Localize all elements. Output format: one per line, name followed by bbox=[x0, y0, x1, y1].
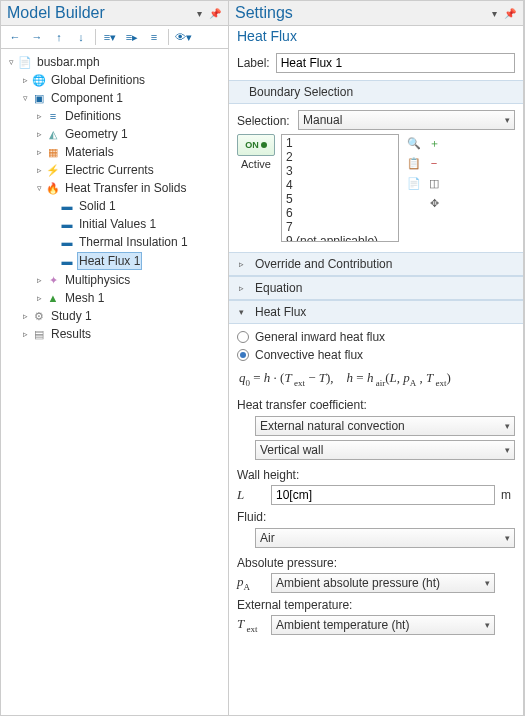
show-button[interactable]: 👁▾ bbox=[173, 28, 193, 46]
tree-node[interactable]: ▿▣Component 1 bbox=[3, 89, 226, 107]
tree-toggle-icon[interactable]: ▹ bbox=[33, 290, 45, 306]
tree-node[interactable]: ▹🌐Global Definitions bbox=[3, 71, 226, 89]
placeholder-icon bbox=[405, 194, 423, 212]
label-input[interactable] bbox=[276, 53, 515, 73]
tree-toggle-icon[interactable]: ▹ bbox=[19, 326, 31, 342]
tree-node-label: Geometry 1 bbox=[63, 126, 130, 142]
wall-height-symbol: L bbox=[237, 487, 265, 503]
tree-node[interactable]: ▹⚙Study 1 bbox=[3, 307, 226, 325]
tree-toggle-icon[interactable]: ▿ bbox=[19, 90, 31, 106]
tree-node-label: Component 1 bbox=[49, 90, 125, 106]
settings-subtitle: Heat Flux bbox=[229, 26, 523, 50]
tree-node-icon: ⚡ bbox=[45, 163, 61, 177]
geometry-icon[interactable]: ◫ bbox=[425, 174, 443, 192]
active-toggle[interactable]: ON bbox=[237, 134, 275, 156]
tree-node[interactable]: ▹▤Results bbox=[3, 325, 226, 343]
move-icon[interactable]: ✥ bbox=[425, 194, 443, 212]
boundary-list-item[interactable]: 3 bbox=[284, 164, 396, 178]
heatflux-section-body: General inward heat flux Convective heat… bbox=[229, 324, 523, 644]
tree-node[interactable]: ▬Thermal Insulation 1 bbox=[3, 233, 226, 251]
wall-height-label: Wall height: bbox=[237, 464, 515, 484]
boundary-list-item[interactable]: 5 bbox=[284, 192, 396, 206]
tree-toggle-icon[interactable]: ▹ bbox=[19, 72, 31, 88]
htc-config-dropdown[interactable]: Vertical wall bbox=[255, 440, 515, 460]
general-inward-radio[interactable]: General inward heat flux bbox=[237, 328, 515, 346]
tree-node[interactable]: ▬Initial Values 1 bbox=[3, 215, 226, 233]
tree-node-icon: ▲ bbox=[45, 291, 61, 305]
ext-temp-label: External temperature: bbox=[237, 594, 515, 614]
boundary-list-item[interactable]: 7 bbox=[284, 220, 396, 234]
boundary-list-item[interactable]: 4 bbox=[284, 178, 396, 192]
selection-dropdown[interactable]: Manual bbox=[298, 110, 515, 130]
copy-icon[interactable]: 📋 bbox=[405, 154, 423, 172]
tree-node[interactable]: ▹✦Multiphysics bbox=[3, 271, 226, 289]
boundary-list[interactable]: 12345679 (not applicable) bbox=[281, 134, 399, 242]
tree-toggle-icon[interactable]: ▹ bbox=[33, 272, 45, 288]
equation-section-header[interactable]: ▹ Equation bbox=[229, 276, 523, 300]
remove-icon[interactable]: − bbox=[425, 154, 443, 172]
tree-toggle-icon[interactable]: ▹ bbox=[33, 162, 45, 178]
boundary-list-item[interactable]: 6 bbox=[284, 206, 396, 220]
wall-height-input[interactable] bbox=[271, 485, 495, 505]
nav-up-button[interactable]: ↑ bbox=[49, 28, 69, 46]
htc-type-dropdown[interactable]: External natural convection bbox=[255, 416, 515, 436]
tree-toggle-icon[interactable]: ▹ bbox=[33, 108, 45, 124]
nav-down-button[interactable]: ↓ bbox=[71, 28, 91, 46]
collapse-button[interactable]: ≡▾ bbox=[100, 28, 120, 46]
tree-node[interactable]: ▬Heat Flux 1 bbox=[3, 251, 226, 271]
panel-menu-icon[interactable]: ▾ bbox=[487, 6, 501, 20]
boundary-selection-header: Boundary Selection bbox=[229, 80, 523, 104]
pin-icon[interactable]: 📌 bbox=[208, 6, 222, 20]
tree-node-label: Mesh 1 bbox=[63, 290, 106, 306]
tree-node[interactable]: ▹▦Materials bbox=[3, 143, 226, 161]
tree-node-label: Heat Transfer in Solids bbox=[63, 180, 188, 196]
chevron-right-icon: ▹ bbox=[239, 283, 249, 293]
model-builder-panel: Model Builder ▾ 📌 ← → ↑ ↓ ≡▾ ≡▸ ≡ 👁▾ ▿📄b… bbox=[1, 1, 229, 715]
tree-node[interactable]: ▹◭Geometry 1 bbox=[3, 125, 226, 143]
tree-node-label: Study 1 bbox=[49, 308, 94, 324]
radio-checked-icon bbox=[237, 349, 249, 361]
tree-toggle-icon[interactable]: ▿ bbox=[33, 180, 45, 196]
paste-icon[interactable]: 📄 bbox=[405, 174, 423, 192]
boundary-list-item[interactable]: 1 bbox=[284, 136, 396, 150]
model-builder-header: Model Builder ▾ 📌 bbox=[1, 1, 228, 26]
fluid-dropdown[interactable]: Air bbox=[255, 528, 515, 548]
tree-node[interactable]: ▬Solid 1 bbox=[3, 197, 226, 215]
panel-menu-icon[interactable]: ▾ bbox=[192, 6, 206, 20]
add-icon[interactable]: ＋ bbox=[425, 134, 443, 152]
boundary-list-item[interactable]: 2 bbox=[284, 150, 396, 164]
chevron-right-icon: ▹ bbox=[239, 259, 249, 269]
tree-node-label: Electric Currents bbox=[63, 162, 156, 178]
tree-node[interactable]: ▹⚡Electric Currents bbox=[3, 161, 226, 179]
tree-toggle-icon[interactable]: ▹ bbox=[33, 126, 45, 142]
ext-temp-dropdown[interactable]: Ambient temperature (ht) bbox=[271, 615, 495, 635]
tree-node[interactable]: ▹≡Definitions bbox=[3, 107, 226, 125]
abs-pressure-dropdown[interactable]: Ambient absolute pressure (ht) bbox=[271, 573, 495, 593]
model-tree[interactable]: ▿📄busbar.mph▹🌐Global Definitions▿▣Compon… bbox=[1, 49, 228, 715]
convective-radio[interactable]: Convective heat flux bbox=[237, 346, 515, 364]
equation-display: q0 = h · (T ext − T), h = h air(L, pA , … bbox=[237, 364, 515, 394]
tree-node-label: Multiphysics bbox=[63, 272, 132, 288]
pin-icon[interactable]: 📌 bbox=[503, 6, 517, 20]
wall-height-unit: m bbox=[501, 488, 515, 502]
nav-fwd-button[interactable]: → bbox=[27, 28, 47, 46]
tree-node[interactable]: ▹▲Mesh 1 bbox=[3, 289, 226, 307]
override-section-header[interactable]: ▹ Override and Contribution bbox=[229, 252, 523, 276]
tree-toggle-icon[interactable]: ▿ bbox=[5, 54, 17, 70]
tree-toggle-icon[interactable]: ▹ bbox=[19, 308, 31, 324]
list-button[interactable]: ≡ bbox=[144, 28, 164, 46]
abs-pressure-label: Absolute pressure: bbox=[237, 552, 515, 572]
zoom-extents-icon[interactable]: 🔍 bbox=[405, 134, 423, 152]
tree-node[interactable]: ▿🔥Heat Transfer in Solids bbox=[3, 179, 226, 197]
expand-button[interactable]: ≡▸ bbox=[122, 28, 142, 46]
boundary-list-item[interactable]: 9 (not applicable) bbox=[284, 234, 396, 242]
settings-title: Settings bbox=[235, 4, 293, 22]
tree-node[interactable]: ▿📄busbar.mph bbox=[3, 53, 226, 71]
fluid-label: Fluid: bbox=[237, 506, 515, 526]
model-builder-toolbar: ← → ↑ ↓ ≡▾ ≡▸ ≡ 👁▾ bbox=[1, 26, 228, 49]
nav-back-button[interactable]: ← bbox=[5, 28, 25, 46]
tree-toggle-icon[interactable]: ▹ bbox=[33, 144, 45, 160]
tree-node-icon: ▬ bbox=[59, 235, 75, 249]
heatflux-section-header[interactable]: ▾ Heat Flux bbox=[229, 300, 523, 324]
tree-node-icon: ▬ bbox=[59, 199, 75, 213]
